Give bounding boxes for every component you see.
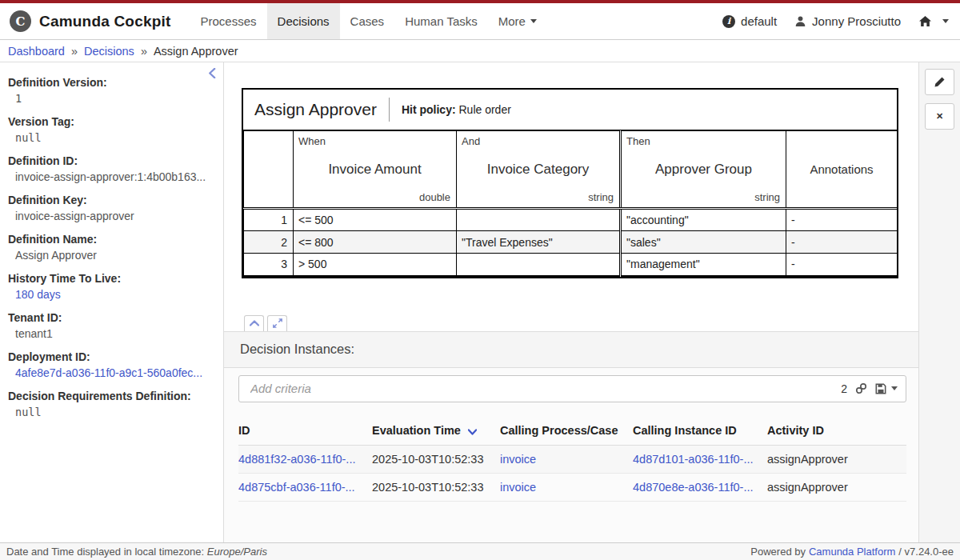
- rule-cell: -: [786, 209, 898, 231]
- calling-instance-id-link[interactable]: 4d870e8e-a036-11f0-...: [633, 481, 754, 494]
- rule-cell: -: [786, 231, 898, 254]
- field-drd: Decision Requirements Definition: null: [8, 390, 214, 418]
- field-label: Decision Requirements Definition:: [8, 390, 214, 402]
- calling-process-link[interactable]: invoice: [500, 481, 536, 494]
- field-value: tenant1: [8, 327, 214, 340]
- rule-number: 2: [244, 231, 294, 254]
- deployment-id-link[interactable]: 4afe8e7d-a036-11f0-a9c1-560a0fec...: [15, 366, 202, 379]
- calling-process-link[interactable]: invoice: [500, 453, 536, 466]
- breadcrumb-separator: »: [71, 45, 78, 58]
- breadcrumb: Dashboard » Decisions » Assign Approver: [0, 40, 960, 62]
- dmn-output-column-approver-group: Then Approver Group string: [621, 131, 786, 209]
- field-label: Definition Name:: [8, 233, 214, 246]
- clause-label: And: [462, 135, 480, 147]
- dmn-rule-row: 1 <= 500 "accounting" -: [244, 209, 898, 231]
- column-header-label: Evaluation Time: [372, 424, 461, 437]
- field-label: Definition ID:: [8, 154, 214, 167]
- clause-label: When: [298, 135, 326, 147]
- rule-number: 3: [244, 254, 294, 276]
- timezone-value: Europe/Paris: [207, 546, 267, 558]
- field-value: null: [8, 406, 214, 418]
- history-ttl-link[interactable]: 180 days: [15, 288, 61, 301]
- column-header-calling-process[interactable]: Calling Process/Case: [500, 419, 633, 446]
- column-name: Invoice Amount: [294, 162, 456, 178]
- camunda-platform-link[interactable]: Camunda Platform: [809, 546, 895, 558]
- diagram-view-controls: [244, 315, 899, 331]
- nav-item-more[interactable]: More: [488, 3, 547, 39]
- edit-search-button[interactable]: [925, 69, 954, 95]
- chevron-down-icon: [942, 19, 949, 23]
- dmn-title-row: Assign Approver Hit policy: Rule order: [243, 90, 897, 130]
- field-value: invoice-assign-approver: [8, 210, 214, 222]
- rule-cell: > 500: [294, 254, 457, 276]
- column-header-id[interactable]: ID: [238, 419, 372, 446]
- right-action-strip: ✕: [918, 62, 960, 542]
- activity-id: assignApprover: [767, 473, 906, 501]
- activity-id: assignApprover: [767, 445, 906, 473]
- nav-item-processes[interactable]: Processes: [190, 3, 267, 39]
- sidebar-collapse-button[interactable]: [203, 65, 221, 81]
- field-value: Assign Approver: [8, 249, 214, 262]
- rule-cell: "Travel Expenses": [457, 231, 621, 254]
- breadcrumb-decisions[interactable]: Decisions: [84, 45, 134, 58]
- sort-desc-icon: [468, 425, 477, 438]
- evaluation-time: 2025-10-03T10:52:33: [372, 445, 500, 473]
- dmn-input-column-invoice-category: And Invoice Category string: [457, 131, 621, 209]
- version-label: / v7.24.0-ee: [898, 546, 954, 558]
- collapse-panel-button[interactable]: [244, 315, 264, 331]
- evaluation-time: 2025-10-03T10:52:33: [372, 473, 500, 501]
- clause-label: Then: [626, 135, 650, 147]
- close-icon: ✕: [936, 111, 943, 122]
- instance-row: 4d881f32-a036-11f0-... 2025-10-03T10:52:…: [238, 445, 906, 473]
- expand-icon: [273, 318, 282, 328]
- breadcrumb-current: Assign Approver: [154, 45, 238, 58]
- field-label: Definition Key:: [8, 194, 214, 206]
- copy-search-link-button[interactable]: [855, 382, 867, 394]
- field-definition-version: Definition Version: 1: [8, 76, 214, 105]
- column-header-calling-instance-id[interactable]: Calling Instance ID: [633, 419, 767, 446]
- maximize-panel-button[interactable]: [267, 315, 287, 331]
- dmn-number-column-head: [244, 131, 294, 209]
- column-type: double: [419, 191, 450, 203]
- column-name: Invoice Category: [457, 162, 619, 178]
- rule-cell: -: [786, 254, 898, 276]
- breadcrumb-separator: »: [141, 45, 147, 58]
- save-search-button[interactable]: [875, 383, 898, 394]
- field-label: Deployment ID:: [8, 350, 214, 363]
- field-label: History Time To Live:: [8, 272, 214, 285]
- hit-policy-label: Hit policy:: [402, 103, 456, 116]
- powered-by-label: Powered by: [750, 546, 806, 558]
- save-icon: [875, 383, 886, 394]
- rule-cell: "management": [621, 254, 786, 276]
- home-menu[interactable]: [918, 15, 949, 27]
- user-name: Jonny Prosciutto: [812, 14, 901, 28]
- app-title: Camunda Cockpit: [39, 13, 171, 30]
- field-deployment-id: Deployment ID: 4afe8e7d-a036-11f0-a9c1-5…: [8, 350, 214, 379]
- brand-home-link[interactable]: C Camunda Cockpit: [10, 3, 171, 39]
- engine-name: default: [741, 14, 777, 28]
- search-controls: 2: [841, 382, 898, 395]
- user-menu[interactable]: Jonny Prosciutto: [794, 14, 901, 28]
- field-definition-key: Definition Key: invoice-assign-approver: [8, 194, 214, 222]
- instance-row: 4d875cbf-a036-11f0-... 2025-10-03T10:52:…: [238, 473, 906, 501]
- breadcrumb-dashboard[interactable]: Dashboard: [8, 45, 65, 58]
- hit-policy-value: Rule order: [458, 103, 510, 116]
- calling-instance-id-link[interactable]: 4d87d101-a036-11f0-...: [633, 453, 754, 466]
- engine-selector[interactable]: i default: [722, 14, 777, 28]
- column-header-evaluation-time[interactable]: Evaluation Time: [372, 419, 500, 446]
- timezone-info: Date and Time displayed in local timezon…: [6, 546, 267, 558]
- column-type: string: [588, 191, 614, 203]
- dmn-rule-row: 2 <= 800 "Travel Expenses" "sales" -: [244, 231, 898, 254]
- nav-item-cases[interactable]: Cases: [340, 3, 395, 39]
- nav-item-human-tasks[interactable]: Human Tasks: [394, 3, 488, 39]
- dmn-annotations-column: Annotations: [786, 131, 898, 209]
- nav-item-decisions[interactable]: Decisions: [267, 3, 340, 39]
- close-panel-button[interactable]: ✕: [925, 103, 954, 130]
- instance-id-link[interactable]: 4d881f32-a036-11f0-...: [238, 453, 355, 466]
- add-criteria-input[interactable]: [239, 382, 841, 395]
- instance-id-link[interactable]: 4d875cbf-a036-11f0-...: [238, 481, 355, 494]
- field-definition-name: Definition Name: Assign Approver: [8, 233, 214, 262]
- column-header-activity-id[interactable]: Activity ID: [767, 419, 906, 446]
- rule-number: 1: [244, 209, 294, 231]
- timezone-label: Date and Time displayed in local timezon…: [6, 546, 204, 558]
